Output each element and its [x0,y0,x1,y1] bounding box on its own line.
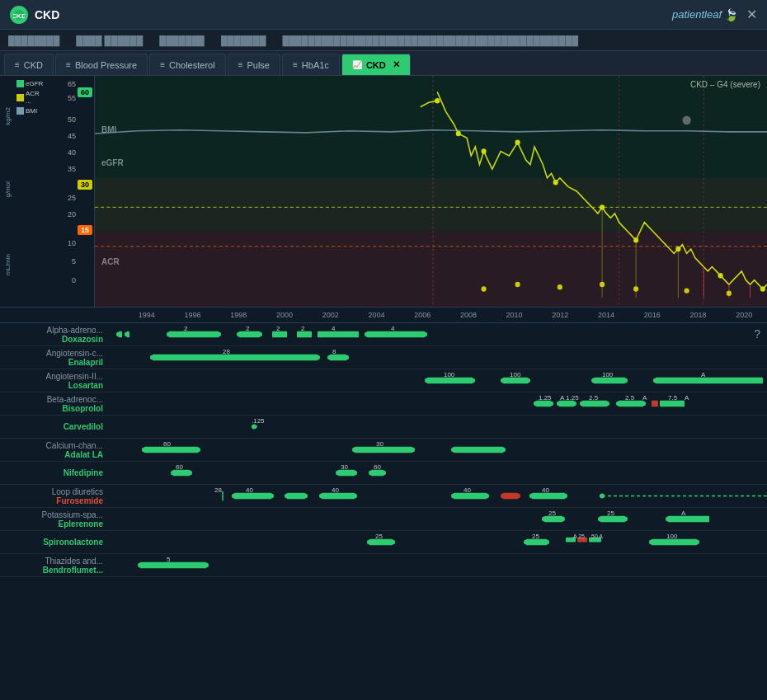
med-row-nifedipine: Nifedipine 60 30 60 [0,462,767,485]
svg-rect-48 [297,331,312,338]
y-label-25: 25 [68,194,76,202]
x-label-2020: 2020 [721,311,767,319]
svg-point-29 [558,284,562,289]
legend-acr-checkbox[interactable] [16,94,24,101]
x-label-2016: 2016 [629,311,675,319]
svg-text:A: A [642,394,647,402]
med-row-doxazosin: Alpha-adreno... Doxazosin 2 2 [0,323,767,346]
group-loop-diuretics: Loop diuretics [7,487,103,496]
close-button[interactable]: ✕ [746,7,757,22]
med-row-adalat: Calcium-chan... Adalat LA 60 30 [0,439,767,462]
svg-text:30: 30 [341,463,349,471]
svg-text:CKD: CKD [13,12,25,19]
svg-point-120 [336,471,341,476]
x-label-2010: 2010 [492,311,538,319]
svg-point-124 [369,471,374,476]
svg-point-159 [623,517,628,522]
x-label-1996: 1996 [170,311,216,319]
svg-rect-132 [287,493,305,500]
svg-point-55 [422,332,427,337]
svg-point-62 [327,355,332,360]
legend-acr[interactable]: ACR ... [16,90,38,105]
group-calcium-chan: Calcium-chan... [7,441,103,450]
svg-point-130 [232,494,237,499]
svg-rect-139 [454,493,487,500]
svg-point-78 [653,378,658,383]
tab-close-icon[interactable]: ✕ [393,59,400,70]
svg-point-45 [257,332,262,337]
chart-svg [95,76,767,307]
svg-point-89 [580,402,585,406]
svg-rect-4 [95,231,767,307]
timeline-spironolactone-svg: 25 25 A 25 50 A 100 [107,531,767,553]
svg-point-125 [381,471,386,476]
legend-egfr-checkbox[interactable] [16,80,24,87]
svg-text:A: A [681,510,686,517]
tab-ckd-active[interactable]: 📈 CKD ✕ [341,54,411,75]
svg-rect-167 [526,539,547,546]
timeline-bisoprolol: 1.25 A 1.25 2.5 2.5 [107,392,767,415]
x-label-1998: 1998 [215,311,261,319]
svg-point-113 [501,448,506,453]
app-title: CKD [35,8,59,21]
y-unit-mlmin: mL/min [4,254,12,275]
svg-point-112 [451,448,456,453]
svg-text:30: 30 [376,440,384,448]
drug-carvedilol: Carvedilol [7,422,103,431]
svg-text:4: 4 [332,325,336,332]
svg-point-13 [515,140,520,145]
svg-point-141 [451,494,456,499]
svg-text:2: 2 [301,325,304,332]
med-row-enalapril: Angiotensin-c... Enalapril 28 8 [0,346,767,369]
tab-cholesterol[interactable]: ≡ Cholesterol [149,54,225,75]
tab-blood-pressure[interactable]: ≡ Blood Pressure [55,54,148,75]
tab-pulse[interactable]: ≡ Pulse [228,54,280,75]
timeline-bisoprolol-svg: 1.25 A 1.25 2.5 2.5 [107,392,767,415]
svg-rect-103 [144,447,198,453]
svg-point-137 [319,494,324,499]
svg-point-75 [623,378,628,383]
y-label-50: 50 [68,115,76,124]
svg-text:8: 8 [332,348,336,355]
tab-hba1c[interactable]: ≡ HbA1c [282,54,340,75]
timeline-losartan-svg: 100 100 100 A [107,369,767,392]
svg-point-148 [529,494,534,499]
y-label-35: 35 [68,165,76,173]
svg-point-182 [138,563,143,568]
tab-ckd[interactable]: ≡ CKD [4,54,54,75]
legend-bmi[interactable]: BMI [16,107,38,115]
svg-rect-146 [532,493,565,500]
tab-chol-icon: ≡ [160,60,165,69]
tab-pulse-icon: ≡ [238,60,243,69]
svg-point-44 [237,332,242,337]
svg-text:4: 4 [391,325,395,332]
svg-rect-2 [95,76,767,178]
svg-rect-107 [355,447,412,453]
legend-bmi-checkbox[interactable] [16,107,24,115]
svg-rect-72 [594,378,625,384]
legend-egfr[interactable]: eGFR [16,80,38,87]
timeline-enalapril: 28 8 [107,346,767,369]
svg-point-11 [456,131,461,136]
svg-point-169 [524,540,529,545]
svg-rect-3 [95,178,767,232]
svg-point-81 [534,402,539,406]
med-row-carvedilol: Carvedilol .125 [0,416,767,439]
medication-area[interactable]: ? Alpha-adreno... Doxazosin 2 [0,323,767,700]
svg-point-105 [142,448,147,453]
svg-point-151 [600,494,605,499]
x-label-2014: 2014 [583,311,629,319]
tab-pulse-label: Pulse [247,60,270,70]
med-label-nifedipine-group: Nifedipine [0,468,107,477]
svg-point-71 [525,378,530,383]
svg-point-133 [285,494,289,499]
svg-point-82 [548,402,553,406]
svg-point-121 [352,471,357,476]
svg-text:40: 40 [542,486,550,494]
x-label-2004: 2004 [354,311,400,319]
svg-point-170 [544,540,549,545]
svg-point-158 [598,517,603,522]
group-thiazides: Thiazides and... [7,557,103,566]
svg-text:A: A [701,371,706,378]
svg-rect-91 [619,401,643,407]
